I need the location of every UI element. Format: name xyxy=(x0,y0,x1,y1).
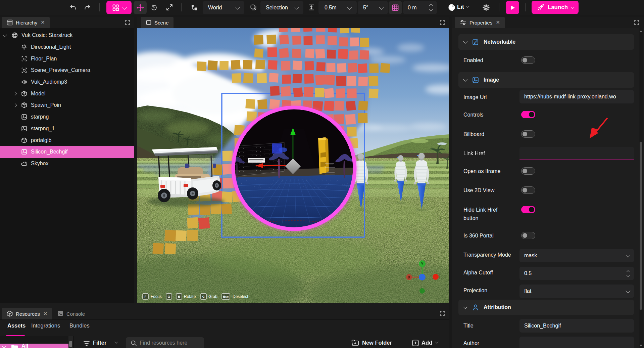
svg-text:Grab.: Grab. xyxy=(208,294,218,299)
svg-text:G: G xyxy=(202,295,205,298)
svg-text:F: F xyxy=(145,295,147,298)
svg-text:Y: Y xyxy=(421,262,424,266)
svg-text:Focus: Focus xyxy=(151,294,162,299)
svg-text:Q: Q xyxy=(168,295,170,298)
svg-text:Esc: Esc xyxy=(223,295,229,298)
svg-text:E: E xyxy=(178,295,180,298)
svg-text:X: X xyxy=(408,275,410,279)
svg-text:-Deselect: -Deselect xyxy=(231,294,248,299)
svg-text:Rotate: Rotate xyxy=(184,294,196,299)
